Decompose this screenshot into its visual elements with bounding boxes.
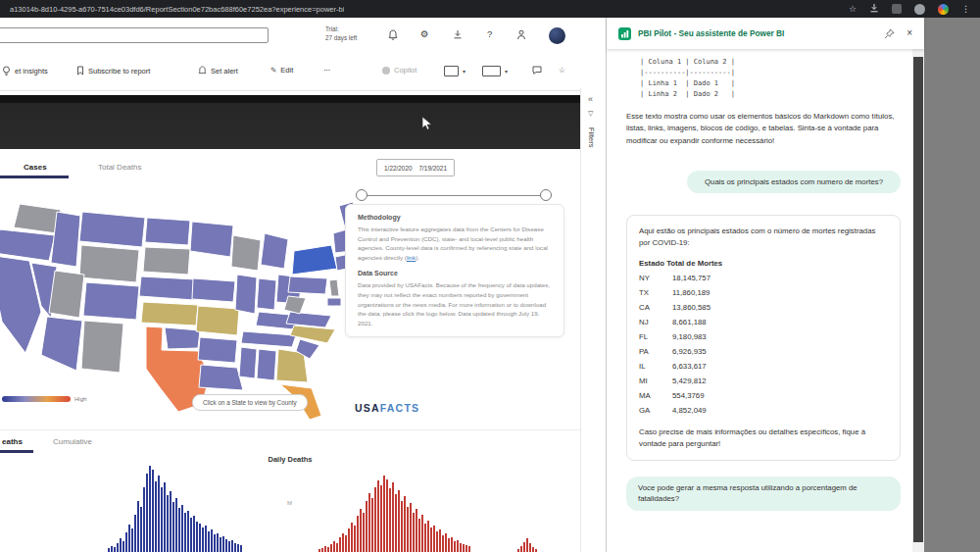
tab-cases[interactable]: Cases — [24, 163, 47, 172]
chart-title: Daily Deaths — [0, 455, 580, 464]
map-state[interactable] — [290, 326, 335, 343]
table-row: CA13,860,585 — [639, 300, 888, 315]
map-state-new-york[interactable] — [292, 245, 337, 275]
map-state[interactable] — [241, 331, 296, 347]
daily-deaths-wave1-bars[interactable] — [108, 466, 242, 552]
methodology-body: This interactive feature aggregates data… — [358, 225, 552, 262]
table-row: MA554,3769 — [639, 388, 888, 403]
table-row: MI5,429,812 — [639, 374, 888, 388]
get-insights-label: et insights — [15, 67, 48, 75]
user-message: Quais os principais estados com numero d… — [687, 171, 901, 194]
bookmark-star-icon[interactable]: ☆ — [849, 5, 857, 14]
view-mode-button[interactable]: ▾ — [444, 66, 466, 76]
browser-download-icon[interactable] — [869, 3, 879, 15]
filters-pane-collapsed: « ▽ Filters — [580, 18, 606, 552]
tab-deaths[interactable]: eaths — [2, 437, 23, 446]
person-icon[interactable] — [516, 29, 526, 42]
layout-mode-button[interactable]: ▾ — [482, 66, 508, 76]
help-icon[interactable]: ? — [487, 29, 492, 39]
map-state[interactable] — [327, 298, 341, 306]
set-alert-button[interactable]: Set alert — [198, 66, 238, 75]
map-state[interactable] — [14, 204, 61, 233]
map-state[interactable] — [199, 365, 243, 390]
comments-button[interactable] — [532, 66, 542, 75]
comment-icon — [532, 66, 542, 75]
table-row: NJ8,661,188 — [639, 315, 888, 329]
map-state[interactable] — [139, 276, 196, 300]
map-state[interactable] — [0, 229, 55, 261]
markdown-code-block: | Coluna 1 | Coluna 2 | |----------|----… — [640, 57, 901, 99]
screen: a13014b-8d10-4295-a670-7514ce03dfd6/Repo… — [0, 0, 980, 552]
map-state[interactable] — [196, 306, 239, 335]
pbi-pilot-panel: PBI Pilot - Seu assistente de Power BI ×… — [606, 18, 924, 552]
methodology-link[interactable]: link — [407, 254, 416, 261]
favorite-star-icon[interactable]: ☆ — [559, 66, 565, 75]
date-range-display[interactable]: 1/22/2020 7/19/2021 — [376, 159, 455, 176]
edit-button[interactable]: ✎ Edit — [270, 66, 293, 75]
download-icon[interactable] — [453, 29, 463, 41]
map-state[interactable] — [165, 327, 200, 349]
legend-gradient-bar — [2, 396, 71, 402]
map-state[interactable] — [239, 347, 257, 378]
map-state[interactable] — [145, 218, 190, 245]
browser-menu-icon[interactable]: ⋮ — [961, 5, 970, 14]
address-bar-url[interactable]: a13014b-8d10-4295-a670-7514ce03dfd6/Repo… — [10, 5, 344, 14]
map-state[interactable] — [79, 212, 145, 247]
user-avatar[interactable] — [549, 27, 565, 44]
more-options-button[interactable]: ⋯ — [323, 66, 331, 75]
map-state[interactable] — [231, 235, 261, 271]
chat-scrollbar-track[interactable] — [912, 49, 924, 552]
close-icon[interactable]: × — [906, 28, 912, 38]
bookmark-icon — [76, 66, 84, 75]
axis-tick-label: M — [287, 500, 292, 506]
pin-icon[interactable] — [884, 28, 895, 39]
map-state[interactable] — [288, 276, 327, 294]
copilot-button[interactable]: Copilot — [382, 66, 416, 75]
browser-profile-avatar[interactable] — [914, 4, 925, 15]
map-state[interactable] — [81, 321, 123, 373]
extension-logo-icon[interactable] — [938, 4, 949, 15]
daily-deaths-wave2-bars[interactable] — [318, 476, 470, 552]
map-state[interactable] — [141, 302, 198, 326]
date-slider-track[interactable] — [361, 195, 551, 196]
table-row: TX11,860,189 — [639, 285, 888, 300]
map-state[interactable] — [257, 278, 276, 310]
get-insights-button[interactable]: et insights — [2, 66, 48, 76]
mouse-cursor — [421, 116, 432, 134]
subscribe-label: Subscribe to report — [88, 67, 150, 75]
subscribe-button[interactable]: Subscribe to report — [76, 66, 150, 75]
map-state[interactable] — [49, 271, 84, 318]
slider-handle-end[interactable] — [540, 189, 552, 201]
trial-status: Trial: 27 days left — [325, 25, 357, 43]
assistant-message: Esse texto mostra como usar os elementos… — [626, 111, 901, 146]
map-state[interactable] — [192, 278, 235, 302]
expand-pane-icon[interactable]: « — [588, 94, 593, 104]
copilot-icon — [382, 67, 390, 75]
table-row: GA4,852,049 — [639, 403, 888, 418]
search-input[interactable] — [0, 27, 269, 43]
filter-funnel-icon[interactable]: ▽ — [588, 110, 593, 118]
usafacts-logo[interactable]: USAFACTS — [355, 402, 419, 414]
layout-icon — [482, 66, 501, 76]
map-state[interactable] — [143, 247, 190, 275]
extensions-icon[interactable] — [892, 4, 902, 14]
map-state[interactable] — [41, 317, 82, 371]
map-state[interactable] — [79, 245, 139, 282]
user-message: Voce pode gerar a mesma resposta utiliza… — [626, 477, 901, 511]
map-state[interactable] — [235, 275, 257, 314]
map-state[interactable] — [257, 349, 276, 380]
daily-deaths-wave3-bars[interactable] — [517, 538, 537, 552]
settings-gear-icon[interactable]: ⚙ — [420, 29, 429, 39]
view-by-county-button[interactable]: Click on a State to view by County — [192, 394, 308, 411]
filters-pane-label[interactable]: Filters — [587, 127, 596, 147]
map-state[interactable] — [284, 296, 306, 314]
map-state[interactable] — [329, 279, 339, 296]
tab-total-deaths[interactable]: Total Deaths — [98, 163, 141, 172]
tab-cumulative[interactable]: Cumulative — [53, 437, 92, 446]
notifications-bell-icon[interactable] — [388, 29, 398, 42]
map-state[interactable] — [190, 222, 233, 257]
map-state[interactable] — [261, 233, 288, 269]
map-state[interactable] — [198, 337, 237, 363]
chat-scrollbar-thumb[interactable] — [913, 57, 923, 542]
map-state[interactable] — [83, 282, 139, 320]
